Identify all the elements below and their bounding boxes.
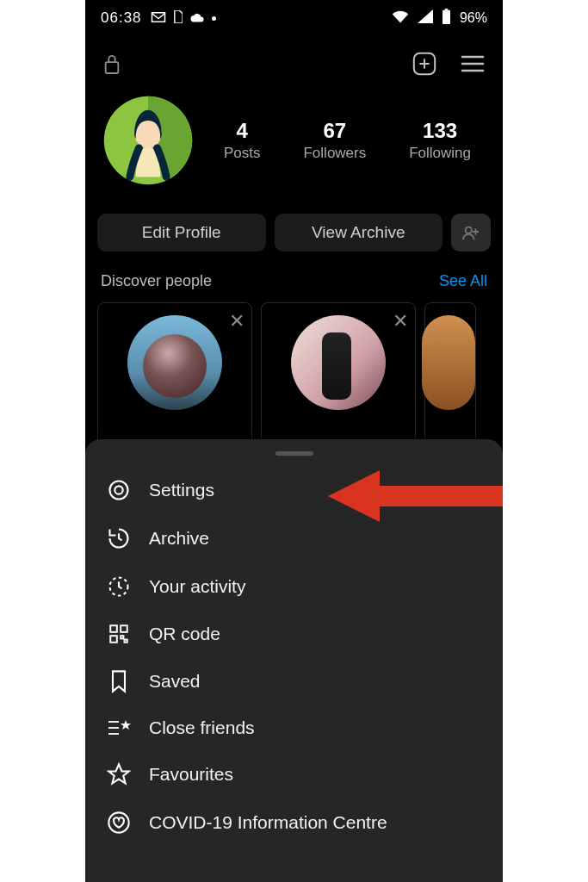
- menu-covid-info[interactable]: COVID-19 Information Centre: [85, 798, 503, 847]
- discover-people-toggle-button[interactable]: [451, 214, 491, 252]
- svg-marker-25: [121, 720, 131, 730]
- svg-rect-21: [125, 640, 127, 643]
- cloud-icon: [189, 11, 205, 26]
- svg-point-15: [115, 486, 122, 494]
- menu-qr-code[interactable]: QR code: [85, 611, 503, 657]
- heart-circle-icon: [106, 811, 132, 835]
- menu-item-label: Archive: [149, 528, 209, 549]
- svg-rect-0: [443, 9, 450, 23]
- activity-icon: [106, 575, 132, 599]
- profile-avatar[interactable]: [101, 93, 195, 188]
- profile-topbar: [85, 36, 503, 88]
- menu-item-label: Favourites: [149, 764, 233, 785]
- svg-rect-19: [110, 636, 117, 643]
- menu-item-label: COVID-19 Information Centre: [149, 812, 387, 833]
- menu-your-activity[interactable]: Your activity: [85, 562, 503, 611]
- battery-percent: 96%: [460, 10, 487, 26]
- create-post-icon[interactable]: [412, 51, 437, 77]
- svg-point-14: [110, 481, 128, 500]
- status-left-icons: [151, 10, 216, 26]
- profile-action-row: Edit Profile View Archive: [85, 195, 503, 260]
- menu-item-label: QR code: [149, 624, 220, 644]
- menu-archive[interactable]: Archive: [85, 514, 503, 562]
- star-icon: [106, 762, 132, 786]
- discover-see-all-link[interactable]: See All: [439, 272, 487, 290]
- svg-rect-17: [110, 625, 117, 632]
- android-status-bar: 06:38: [85, 0, 503, 36]
- discover-people-carousel[interactable]: ✕ ✕: [85, 297, 503, 449]
- edit-profile-button[interactable]: Edit Profile: [97, 214, 266, 252]
- close-friends-icon: [106, 718, 132, 737]
- suggestion-card[interactable]: ✕: [261, 302, 416, 449]
- menu-item-label: Close friends: [149, 717, 255, 738]
- menu-item-label: Your activity: [149, 576, 245, 597]
- hamburger-menu-icon[interactable]: [460, 53, 486, 74]
- suggestion-avatar: [291, 315, 386, 410]
- menu-settings[interactable]: Settings: [85, 466, 503, 514]
- menu-close-friends[interactable]: Close friends: [85, 705, 503, 750]
- status-time: 06:38: [101, 9, 142, 27]
- gmail-icon: [151, 11, 166, 26]
- qr-code-icon: [106, 623, 132, 645]
- stat-posts[interactable]: 4 Posts: [224, 119, 261, 162]
- stat-followers[interactable]: 67 Followers: [303, 119, 366, 162]
- discover-title: Discover people: [101, 272, 212, 290]
- wifi-icon: [392, 9, 409, 28]
- menu-item-label: Settings: [149, 480, 214, 500]
- suggestion-avatar: [422, 315, 475, 410]
- lock-icon[interactable]: [102, 53, 121, 75]
- suggestion-card[interactable]: [424, 302, 476, 449]
- menu-favourites[interactable]: Favourites: [85, 750, 503, 798]
- close-icon[interactable]: ✕: [229, 310, 244, 332]
- svg-rect-1: [445, 9, 449, 10]
- dot-icon: [212, 16, 216, 21]
- suggestion-avatar: [127, 315, 222, 410]
- view-archive-button[interactable]: View Archive: [275, 214, 443, 252]
- suggestion-card[interactable]: ✕: [97, 302, 252, 449]
- svg-rect-20: [121, 636, 123, 638]
- options-bottom-sheet: Settings Archive Your activity QR code S: [85, 439, 503, 882]
- profile-header: 4 Posts 67 Followers 133 Following: [85, 88, 503, 195]
- svg-marker-26: [108, 764, 128, 783]
- svg-rect-18: [121, 625, 127, 632]
- menu-saved[interactable]: Saved: [85, 657, 503, 705]
- bookmark-icon: [106, 669, 132, 693]
- menu-item-label: Saved: [149, 671, 201, 692]
- sheet-grab-handle[interactable]: [275, 451, 313, 456]
- gear-icon: [106, 478, 132, 502]
- close-icon[interactable]: ✕: [393, 310, 408, 332]
- archive-icon: [106, 526, 132, 550]
- sim-icon: [173, 10, 183, 26]
- cell-signal-icon: [418, 9, 433, 28]
- profile-stats: 4 Posts 67 Followers 133 Following: [202, 119, 492, 162]
- svg-rect-2: [106, 62, 119, 73]
- svg-point-11: [466, 227, 472, 233]
- battery-icon: [442, 9, 451, 28]
- discover-people-header: Discover people See All: [85, 260, 503, 297]
- stat-following[interactable]: 133 Following: [409, 119, 471, 162]
- phone-frame: 06:38: [85, 0, 503, 882]
